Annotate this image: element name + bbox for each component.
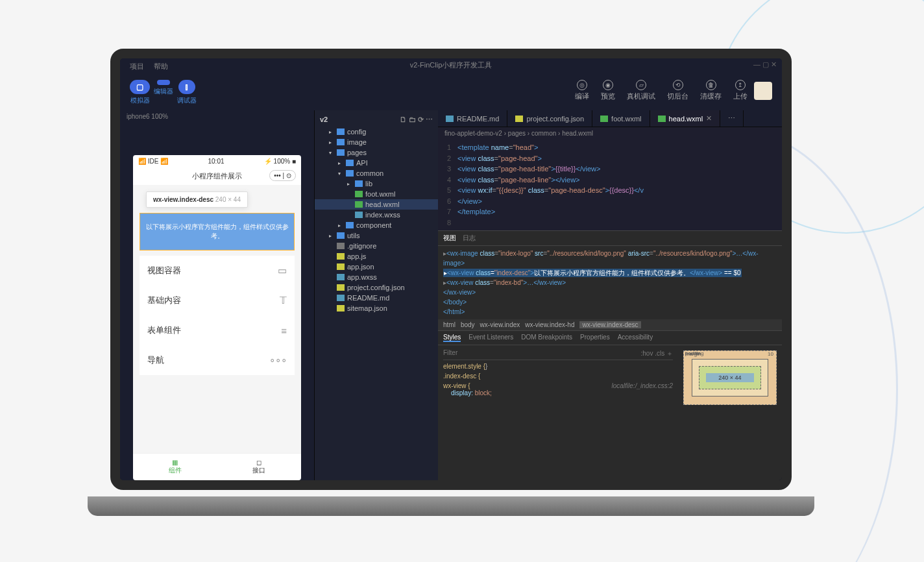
tree-lib[interactable]: ▸lib: [315, 178, 438, 189]
phone-frame: 📶 IDE 📶 10:01 ⚡ 100% ■ 小程序组件展示 ••• | ⊙ w…: [133, 155, 301, 480]
styles-pane[interactable]: Filter :hov .cls ＋ element.style {}.inde…: [438, 345, 678, 480]
tree-app.json[interactable]: app.json: [315, 262, 438, 272]
capsule-button[interactable]: ••• | ⊙: [269, 170, 296, 181]
laptop-base: [88, 496, 814, 516]
tree-app.js[interactable]: app.js: [315, 251, 438, 262]
list-item-3[interactable]: 导航∘∘∘: [140, 345, 295, 375]
window-title: v2-FinClip小程序开发工具: [410, 60, 492, 70]
crumb-2[interactable]: wx-view.index: [480, 321, 520, 328]
tree-project.config.json[interactable]: project.config.json: [315, 282, 438, 293]
tree-.gitignore[interactable]: .gitignore: [315, 241, 438, 251]
tree-app.wxss[interactable]: app.wxss: [315, 272, 438, 282]
styles-hov[interactable]: :hov .cls ＋: [641, 349, 673, 358]
toolbar-action-2[interactable]: ▱真机调试: [627, 80, 655, 101]
tree-README.md[interactable]: README.md: [315, 293, 438, 303]
crumb-1[interactable]: body: [461, 321, 475, 328]
toolbar-mode-0[interactable]: ▢模拟器: [130, 80, 150, 105]
toolbar: ▢模拟器编辑器⫿调试器 ◎编译◉预览▱真机调试⟲切后台🗑清缓存↥上传: [120, 75, 782, 110]
status-right: ⚡ 100% ■: [264, 158, 296, 165]
code-editor[interactable]: 1<template name="head">2 <view class="pa…: [438, 140, 782, 230]
tree-sitemap.json[interactable]: sitemap.json: [315, 303, 438, 313]
window-controls[interactable]: — ▢ ✕: [753, 60, 777, 69]
subtab-2[interactable]: DOM Breakpoints: [521, 334, 572, 342]
tree-image[interactable]: ▸image: [315, 137, 438, 147]
dt-tab-log[interactable]: 日志: [463, 234, 476, 243]
tab-api[interactable]: ◻接口: [217, 454, 302, 480]
tree-component[interactable]: ▸component: [315, 220, 438, 230]
subtab-4[interactable]: Accessibility: [618, 334, 653, 342]
tab-project.config.json[interactable]: project.config.json: [507, 110, 592, 127]
styles-filter[interactable]: Filter: [443, 349, 457, 358]
tree-pages[interactable]: ▾pages: [315, 147, 438, 158]
laptop-frame: 项目 帮助 v2-FinClip小程序开发工具 — ▢ ✕ ▢模拟器编辑器⫿调试…: [110, 49, 792, 503]
subtab-3[interactable]: Properties: [580, 334, 610, 342]
editor-area: README.mdproject.config.jsonfoot.wxmlhea…: [438, 110, 782, 480]
tree-foot.wxml[interactable]: foot.wxml: [315, 189, 438, 199]
toolbar-action-3[interactable]: ⟲切后台: [667, 80, 688, 101]
tab-README.md[interactable]: README.md: [438, 110, 507, 127]
user-avatar[interactable]: [754, 82, 772, 100]
breadcrumb[interactable]: fino-applet-demo-v2 › pages › common › h…: [438, 127, 782, 140]
crumb-4[interactable]: wx-view.index-desc: [579, 321, 640, 328]
list-item-2[interactable]: 表单组件≡: [140, 315, 295, 345]
tab-component[interactable]: ▦组件: [133, 454, 217, 480]
dom-tree[interactable]: ▸<wx-image class="index-logo" src="../re…: [438, 246, 782, 319]
toolbar-action-0[interactable]: ◎编译: [575, 80, 589, 101]
toolbar-mode-2[interactable]: ⫿调试器: [177, 80, 197, 105]
tree-utils[interactable]: ▸utils: [315, 230, 438, 241]
tab-more[interactable]: ⋯: [720, 110, 744, 127]
file-explorer: v2 🗋 🗀 ⟳ ⋯ ▸config▸image▾pages▸API▾commo…: [315, 110, 438, 480]
tab-head.wxml[interactable]: head.wxml ✕: [650, 110, 721, 127]
inspect-tooltip: wx-view.index-desc 240 × 44: [146, 191, 248, 208]
toolbar-action-1[interactable]: ◉预览: [601, 80, 615, 101]
status-left: 📶 IDE 📶: [138, 158, 168, 165]
dom-breadcrumb: htmlbodywx-view.indexwx-view.index-hdwx-…: [438, 319, 782, 331]
explorer-root[interactable]: v2: [320, 116, 328, 124]
subtab-1[interactable]: Event Listeners: [468, 334, 513, 342]
crumb-3[interactable]: wx-view.index-hd: [525, 321, 574, 328]
toolbar-mode-1[interactable]: 编辑器: [154, 80, 173, 105]
tab-foot.wxml[interactable]: foot.wxml: [592, 110, 650, 127]
dt-tab-view[interactable]: 视图: [443, 234, 456, 243]
tree-config[interactable]: ▸config: [315, 127, 438, 137]
toolbar-action-5[interactable]: ↥上传: [733, 80, 748, 101]
tree-index.wxss[interactable]: index.wxss: [315, 210, 438, 220]
devtools-subtabs: StylesEvent ListenersDOM BreakpointsProp…: [438, 331, 782, 345]
list-item-0[interactable]: 视图容器▭: [140, 256, 295, 286]
menu-project[interactable]: 项目: [130, 62, 144, 71]
app-title: 小程序组件展示 ••• | ⊙: [133, 167, 301, 185]
list-item-1[interactable]: 基础内容𝕋: [140, 286, 295, 315]
simulator-device[interactable]: iphone6 100%: [120, 110, 314, 123]
status-time: 10:01: [208, 158, 225, 165]
simulator-panel: iphone6 100% 📶 IDE 📶 10:01 ⚡ 100% ■ 小程序组…: [120, 110, 315, 480]
screen: 项目 帮助 v2-FinClip小程序开发工具 — ▢ ✕ ▢模拟器编辑器⫿调试…: [110, 49, 792, 490]
crumb-0[interactable]: html: [443, 321, 456, 328]
box-model: margin 10 border padding 240 × 44: [678, 345, 782, 420]
highlighted-element[interactable]: 以下将展示小程序官方组件能力，组件样式仅供参考。: [140, 213, 295, 250]
tree-API[interactable]: ▸API: [315, 158, 438, 168]
devtools: 视图 日志 ▸<wx-image class="index-logo" src=…: [438, 230, 782, 480]
toolbar-action-4[interactable]: 🗑清缓存: [700, 80, 722, 101]
tree-head.wxml[interactable]: head.wxml: [315, 199, 438, 210]
explorer-actions[interactable]: 🗋 🗀 ⟳ ⋯: [400, 116, 433, 124]
menu-help[interactable]: 帮助: [154, 62, 168, 71]
tree-common[interactable]: ▾common: [315, 168, 438, 178]
subtab-0[interactable]: Styles: [443, 334, 461, 342]
